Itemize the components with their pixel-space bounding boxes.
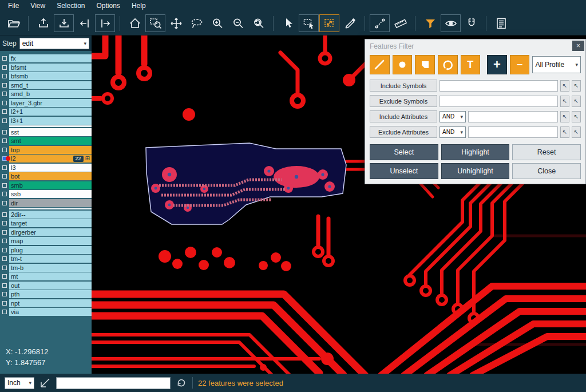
layer-row-dir[interactable]: dir xyxy=(0,199,92,207)
layer-row-top[interactable]: top xyxy=(0,146,92,154)
layer-name[interactable]: layer_3.gbr xyxy=(9,99,92,107)
layer-name[interactable]: smb xyxy=(9,181,92,189)
select-button[interactable]: Select xyxy=(370,144,438,160)
close-icon[interactable]: × xyxy=(572,41,584,51)
layer-row-smb[interactable]: smb xyxy=(0,181,92,189)
layer-name[interactable]: plug xyxy=(9,246,92,254)
layer-row-tm-b[interactable]: tm-b xyxy=(0,264,92,272)
brush-button[interactable] xyxy=(340,14,360,32)
unselect-button[interactable]: Unselect xyxy=(370,163,438,179)
profile-select[interactable]: All Profile ▾ xyxy=(532,56,581,73)
layer-row-npt[interactable]: npt xyxy=(0,299,92,307)
zoom-out-button[interactable] xyxy=(228,14,248,32)
layer-visibility-checkbox[interactable] xyxy=(2,138,7,143)
layer-visibility-checkbox[interactable] xyxy=(2,212,7,217)
menu-item-help[interactable]: Help xyxy=(126,1,152,10)
layer-row-bot[interactable]: bot xyxy=(0,172,92,180)
layer-visibility-checkbox[interactable] xyxy=(2,183,7,188)
layer-row-smd_t[interactable]: smd_t xyxy=(0,81,92,89)
layer-visibility-checkbox[interactable] xyxy=(2,101,7,105)
close-button[interactable]: Close xyxy=(512,163,581,179)
layer-name[interactable]: ssb xyxy=(9,190,92,198)
pick-symbol-icon[interactable]: ↖ xyxy=(560,96,569,107)
layer-visibility-checkbox[interactable] xyxy=(2,266,7,270)
layer-name[interactable]: sst xyxy=(9,128,92,136)
layer-name[interactable]: map xyxy=(9,237,92,245)
zoom-in-button[interactable] xyxy=(207,14,227,32)
layer-visibility-checkbox[interactable] xyxy=(2,310,7,314)
pad-feature-button[interactable] xyxy=(393,55,413,74)
include-attributes-logic-select[interactable]: AND ▾ xyxy=(440,111,466,122)
layer-name[interactable]: l3+1 xyxy=(9,117,92,125)
exclude-symbols-input[interactable] xyxy=(440,96,558,107)
layer-row-map[interactable]: map xyxy=(0,237,92,245)
rect-select-button[interactable] xyxy=(299,14,319,32)
layer-name[interactable]: fx xyxy=(9,54,92,62)
layer-row-sst[interactable]: sst xyxy=(0,128,92,136)
command-input[interactable] xyxy=(56,377,171,389)
layer-visibility-checkbox[interactable] xyxy=(2,130,7,134)
layer-visibility-checkbox[interactable] xyxy=(2,56,7,61)
layer-visibility-checkbox[interactable] xyxy=(2,83,7,88)
layer-row-2dir--[interactable]: 2dir-- xyxy=(0,211,92,219)
exclude-attributes-input[interactable] xyxy=(468,126,558,138)
import-down-button[interactable] xyxy=(54,14,74,32)
zoom-reset-button[interactable] xyxy=(248,14,268,32)
menu-item-file[interactable]: File xyxy=(2,1,25,10)
layer-row-plug[interactable]: plug xyxy=(0,246,92,254)
exclude-attributes-logic-select[interactable]: AND ▾ xyxy=(440,126,466,138)
layer-visibility-checkbox[interactable] xyxy=(2,65,7,70)
layer-name[interactable]: npt xyxy=(9,299,92,307)
layer-row-smt[interactable]: smt xyxy=(0,137,92,145)
layer-name[interactable]: top xyxy=(9,146,92,154)
layer-row-pth[interactable]: pth xyxy=(0,290,92,298)
layer-row-bfsmt[interactable]: bfsmt xyxy=(0,64,92,72)
filter-select-button[interactable] xyxy=(319,14,339,32)
pick-add-attribute-icon[interactable]: ↖ xyxy=(572,126,581,138)
layer-visibility-checkbox[interactable] xyxy=(2,256,7,261)
layer-row-l2[interactable]: l222⊞ xyxy=(0,155,92,163)
layer-name[interactable]: mt xyxy=(9,272,92,280)
layer-row-bfsmb[interactable]: bfsmb xyxy=(0,72,92,80)
layer-name[interactable]: target xyxy=(9,219,92,227)
home-view-button[interactable] xyxy=(125,14,145,32)
layer-row-l3[interactable]: l3 xyxy=(0,164,92,172)
layer-name[interactable]: smd_t xyxy=(9,81,92,89)
arc-feature-button[interactable] xyxy=(438,55,458,74)
pick-attribute-icon[interactable]: ↖ xyxy=(560,126,569,138)
unhighlight-button[interactable]: Unhighlight xyxy=(441,163,510,179)
layer-name[interactable]: bfsmt xyxy=(9,64,92,72)
pick-add-attribute-icon[interactable]: ↖ xyxy=(572,111,581,122)
layer-name[interactable]: bot xyxy=(9,172,92,180)
layer-name[interactable]: via xyxy=(9,308,92,316)
layer-row-target[interactable]: target xyxy=(0,219,92,227)
include-symbols-input[interactable] xyxy=(440,80,558,92)
line-feature-button[interactable] xyxy=(370,55,390,74)
cursor-button[interactable] xyxy=(278,14,298,32)
layer-name[interactable]: l222⊞ xyxy=(9,155,92,163)
layer-name[interactable]: out xyxy=(9,282,92,290)
layer-visibility-checkbox[interactable] xyxy=(2,221,7,225)
exclude-symbols-button[interactable]: Exclude Symbols xyxy=(370,95,437,107)
layer-visibility-checkbox[interactable] xyxy=(2,92,7,96)
next-step-button[interactable] xyxy=(95,14,115,32)
layer-visibility-checkbox[interactable] xyxy=(2,283,7,288)
positive-mode-button[interactable]: + xyxy=(487,55,507,74)
layer-row-via[interactable]: via xyxy=(0,308,92,316)
layer-row-smd_b[interactable]: smd_b xyxy=(0,90,92,98)
layer-row-l2+1[interactable]: l2+1 xyxy=(0,108,92,116)
layer-visibility-checkbox[interactable] xyxy=(2,174,7,179)
surface-feature-button[interactable] xyxy=(415,55,435,74)
layer-row-ssb[interactable]: ssb xyxy=(0,190,92,198)
layer-name[interactable]: 2dir-- xyxy=(9,211,92,219)
pick-add-symbol-icon[interactable]: ↖ xyxy=(572,96,581,107)
pick-attribute-icon[interactable]: ↖ xyxy=(560,111,569,122)
layer-visibility-checkbox[interactable] xyxy=(2,74,7,78)
layer-row-dirgerber[interactable]: dirgerber xyxy=(0,228,92,236)
lasso-select-button[interactable] xyxy=(187,14,207,32)
negative-mode-button[interactable]: − xyxy=(510,55,530,74)
layer-visibility-checkbox[interactable] xyxy=(2,292,7,296)
layer-row-fx[interactable]: fx xyxy=(0,54,92,62)
menu-item-options[interactable]: Options xyxy=(91,1,126,10)
layer-name[interactable]: dir xyxy=(9,199,92,207)
